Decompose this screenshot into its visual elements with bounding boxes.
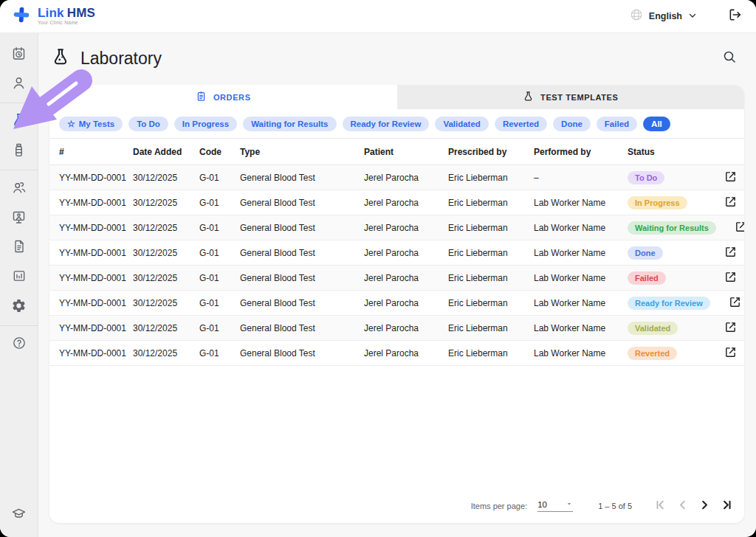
- table-row[interactable]: YY-MM-DD-000130/12/2025G-01General Blood…: [49, 291, 744, 316]
- column-header: Status: [628, 147, 706, 157]
- page-header: Laboratory: [38, 33, 756, 83]
- table-row[interactable]: YY-MM-DD-000130/12/2025G-01General Blood…: [49, 240, 744, 266]
- open-order-button[interactable]: [723, 269, 738, 287]
- sidebar-item-pharmacy[interactable]: [4, 136, 34, 166]
- medical-cross-logo-icon: [12, 5, 31, 27]
- billing-document-icon: [12, 239, 27, 257]
- cell-performed_by: Lab Worker Name: [534, 298, 628, 308]
- search-icon: [722, 49, 737, 67]
- column-header: Code: [199, 147, 240, 157]
- sidebar-item-education[interactable]: [4, 500, 34, 530]
- open-order-button[interactable]: [723, 244, 738, 262]
- chevron-right-icon: [698, 499, 711, 513]
- status-badge: Done: [628, 246, 663, 260]
- cell-code: G-01: [199, 298, 240, 308]
- clipboard-icon: [196, 91, 207, 103]
- table-row[interactable]: YY-MM-DD-000130/12/2025G-01General Blood…: [49, 266, 744, 291]
- filter-chip-failed[interactable]: Failed: [597, 117, 637, 131]
- filter-chip-all[interactable]: All: [643, 117, 670, 131]
- open-order-button[interactable]: [723, 194, 738, 212]
- tab-orders[interactable]: ORDERS: [49, 85, 397, 109]
- first-page-button[interactable]: [651, 497, 669, 515]
- cell-prescribed_by: Eric Lieberman: [448, 223, 534, 233]
- cell-performed_by: Lab Worker Name: [534, 248, 628, 258]
- table-row[interactable]: YY-MM-DD-000130/12/2025G-01General Blood…: [49, 190, 744, 215]
- cell-date: 30/12/2025: [133, 223, 199, 233]
- sidebar-item-patients[interactable]: [4, 69, 34, 99]
- table-row[interactable]: YY-MM-DD-000130/12/2025G-01General Blood…: [49, 316, 744, 341]
- filter-chip-label: Validated: [443, 119, 481, 128]
- logout-icon: [728, 7, 743, 25]
- cell-id: YY-MM-DD-0001: [59, 348, 133, 358]
- filter-chip-validated[interactable]: Validated: [435, 117, 489, 131]
- open-order-button[interactable]: [733, 219, 744, 237]
- status-badge: In Progress: [628, 196, 687, 209]
- language-selector[interactable]: English: [630, 8, 697, 24]
- filter-chip-ready-for-review[interactable]: Ready for Review: [343, 117, 430, 131]
- status-badge: To Do: [628, 171, 664, 184]
- cell-patient: Jerel Parocha: [364, 348, 448, 358]
- sidebar-item-laboratory[interactable]: [4, 107, 34, 136]
- filter-chip-label: My Tests: [79, 119, 114, 128]
- sidebar-item-settings[interactable]: [4, 292, 34, 322]
- cell-code: G-01: [199, 173, 240, 183]
- search-button[interactable]: [722, 49, 737, 67]
- table-row[interactable]: YY-MM-DD-000130/12/2025G-01General Blood…: [49, 215, 744, 240]
- column-header: Patient: [364, 147, 448, 157]
- cell-id: YY-MM-DD-0001: [59, 273, 133, 283]
- calendar-clock-icon: [11, 46, 27, 64]
- status-badge: Ready for Review: [628, 297, 710, 310]
- open-order-button[interactable]: [723, 319, 738, 337]
- filter-chip-reverted[interactable]: Reverted: [495, 117, 547, 131]
- table-row[interactable]: YY-MM-DD-000130/12/2025G-01General Blood…: [49, 341, 744, 366]
- cell-code: G-01: [199, 323, 240, 333]
- monitor-person-icon: [11, 209, 27, 228]
- cell-prescribed_by: Eric Lieberman: [448, 273, 534, 283]
- filter-chips: ☆My TestsTo DoIn ProgressWaiting for Res…: [49, 109, 744, 138]
- sidebar-item-help[interactable]: [4, 330, 34, 359]
- open-in-new-icon: [735, 221, 744, 235]
- cell-date: 30/12/2025: [133, 273, 199, 283]
- cell-performed_by: Lab Worker Name: [534, 273, 628, 283]
- next-page-button[interactable]: [695, 497, 713, 515]
- filter-chip-label: Ready for Review: [351, 119, 422, 128]
- column-header: Performed by: [534, 147, 628, 157]
- cell-prescribed_by: Eric Lieberman: [448, 348, 534, 358]
- filter-chip-my-tests[interactable]: ☆My Tests: [59, 117, 123, 131]
- tab-test-templates[interactable]: TEST TEMPLATES: [397, 85, 745, 109]
- first-page-icon: [654, 499, 667, 513]
- sidebar-item-staff[interactable]: [4, 174, 34, 204]
- status-badge: Validated: [628, 322, 678, 335]
- sidebar-item-reports[interactable]: [4, 263, 34, 292]
- logout-button[interactable]: [728, 7, 743, 25]
- previous-page-button[interactable]: [673, 497, 691, 515]
- filter-chip-label: To Do: [137, 119, 160, 128]
- items-per-page-select[interactable]: 10: [537, 500, 573, 512]
- sidebar-item-billing[interactable]: [4, 233, 34, 263]
- language-label: English: [649, 11, 682, 21]
- filter-chip-in-progress[interactable]: In Progress: [174, 117, 237, 131]
- table-row[interactable]: YY-MM-DD-000130/12/2025G-01General Blood…: [49, 165, 744, 190]
- cell-date: 30/12/2025: [133, 198, 199, 208]
- filter-chip-to-do[interactable]: To Do: [128, 117, 168, 131]
- open-order-button[interactable]: [727, 294, 743, 312]
- cell-type: General Blood Test: [240, 348, 364, 358]
- table-header: # Date Added Code Type Patient Prescribe…: [49, 138, 744, 165]
- sidebar-divider: [0, 170, 38, 170]
- open-order-button[interactable]: [723, 169, 738, 187]
- cell-performed_by: Lab Worker Name: [534, 198, 628, 208]
- cell-patient: Jerel Parocha: [364, 198, 448, 208]
- cell-patient: Jerel Parocha: [364, 273, 448, 283]
- filter-chip-done[interactable]: Done: [553, 117, 591, 131]
- people-icon: [11, 180, 27, 198]
- column-header: Type: [240, 147, 364, 157]
- cell-id: YY-MM-DD-0001: [59, 223, 133, 233]
- last-page-button[interactable]: [718, 497, 735, 515]
- sidebar-item-appointments[interactable]: [4, 40, 34, 69]
- filter-chip-waiting-for-results[interactable]: Waiting for Results: [243, 117, 336, 131]
- cell-id: YY-MM-DD-0001: [59, 248, 133, 258]
- sidebar-item-telehealth[interactable]: [4, 204, 34, 233]
- open-order-button[interactable]: [723, 344, 738, 362]
- cell-id: YY-MM-DD-0001: [59, 298, 133, 308]
- app-window: Link HMS Your Clinic Name English: [0, 0, 756, 537]
